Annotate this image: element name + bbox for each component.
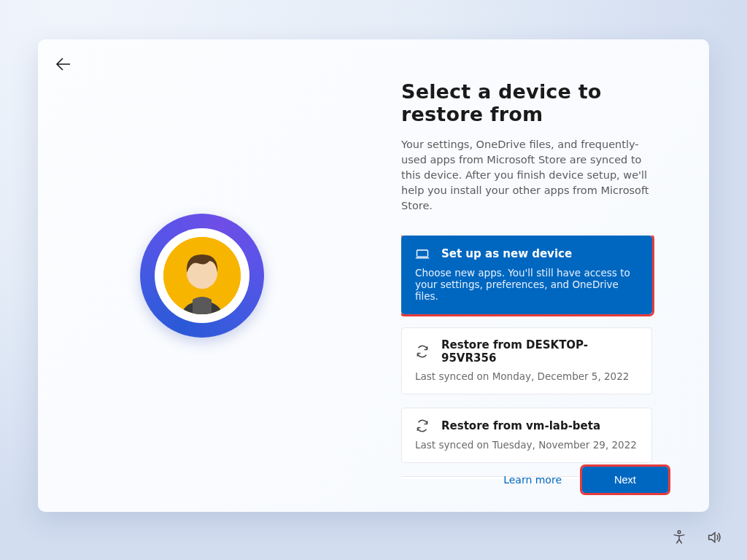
sync-icon bbox=[415, 419, 430, 433]
footer: Learn more Next bbox=[366, 467, 709, 493]
option-title: Set up as new device bbox=[441, 247, 572, 260]
sync-icon bbox=[415, 344, 430, 359]
next-button[interactable]: Next bbox=[582, 467, 668, 493]
device-icon bbox=[415, 246, 430, 261]
accessibility-icon[interactable] bbox=[671, 529, 687, 545]
option-title: Restore from vm-lab-beta bbox=[441, 419, 600, 432]
svg-point-3 bbox=[678, 531, 681, 534]
avatar-ring bbox=[140, 214, 264, 338]
page-title: Select a device to restore from bbox=[401, 80, 664, 125]
option-restore-desktop[interactable]: Restore from DESKTOP-95VR356 Last synced… bbox=[401, 327, 652, 394]
illustration-pane bbox=[38, 39, 366, 512]
svg-rect-2 bbox=[417, 250, 428, 257]
back-button[interactable] bbox=[54, 55, 71, 73]
option-subtitle: Last synced on Tuesday, November 29, 202… bbox=[415, 439, 638, 451]
content-pane: Select a device to restore from Your set… bbox=[366, 39, 709, 512]
oobe-card: Select a device to restore from Your set… bbox=[38, 39, 709, 512]
learn-more-link[interactable]: Learn more bbox=[503, 474, 562, 486]
avatar-icon bbox=[163, 237, 241, 314]
option-restore-vm[interactable]: Restore from vm-lab-beta Last synced on … bbox=[401, 408, 652, 463]
page-subtitle: Your settings, OneDrive files, and frequ… bbox=[401, 137, 649, 214]
option-subtitle: Choose new apps. You'll still have acces… bbox=[415, 267, 638, 302]
option-new-device[interactable]: Set up as new device Choose new apps. Yo… bbox=[401, 236, 652, 314]
device-options-list[interactable]: Set up as new device Choose new apps. Yo… bbox=[401, 236, 664, 481]
taskbar-icons bbox=[671, 529, 722, 545]
volume-icon[interactable] bbox=[706, 529, 722, 545]
option-subtitle: Last synced on Monday, December 5, 2022 bbox=[415, 370, 638, 382]
option-title: Restore from DESKTOP-95VR356 bbox=[441, 338, 638, 365]
